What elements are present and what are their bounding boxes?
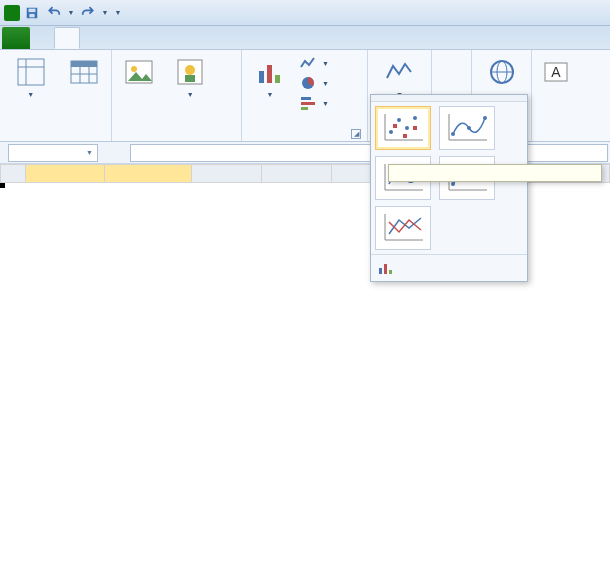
picture-icon — [123, 56, 155, 88]
svg-rect-22 — [301, 107, 308, 110]
svg-rect-54 — [389, 270, 392, 274]
undo-icon[interactable] — [44, 4, 64, 22]
svg-point-32 — [405, 126, 409, 130]
textbox-button[interactable]: A — [536, 54, 576, 90]
svg-rect-7 — [71, 61, 97, 67]
header-footer-button[interactable] — [580, 54, 600, 90]
svg-rect-3 — [18, 59, 44, 85]
excel-app-icon[interactable] — [4, 5, 20, 21]
tab-page-layout[interactable] — [80, 27, 104, 49]
pivottable-button[interactable]: ▼ — [4, 54, 57, 98]
chevron-down-icon: ▼ — [187, 91, 194, 98]
scatter-smooth-lines-markers[interactable] — [439, 106, 495, 150]
pie-chart-button[interactable]: ▼ — [298, 74, 331, 92]
tab-view[interactable] — [176, 27, 200, 49]
svg-rect-1 — [29, 8, 36, 12]
svg-point-12 — [131, 66, 137, 72]
bar-chart-button[interactable]: ▼ — [298, 94, 331, 112]
pivottable-icon — [15, 56, 47, 88]
line-chart-icon — [300, 55, 316, 71]
group-tables: ▼ — [0, 50, 112, 141]
col-header-A[interactable] — [26, 165, 105, 183]
svg-rect-53 — [384, 264, 387, 274]
bar-chart-icon — [300, 95, 316, 111]
svg-rect-21 — [301, 102, 315, 105]
scatter-markers-only[interactable] — [375, 106, 431, 150]
group-label-tables — [4, 138, 107, 141]
title-bar: ▼ ▼ ▼ — [0, 0, 610, 26]
svg-rect-34 — [393, 124, 397, 128]
group-illustrations: ▼ — [112, 50, 242, 141]
header-footer-icon — [581, 56, 599, 88]
sparklines-icon — [384, 56, 416, 88]
redo-dropdown-icon[interactable]: ▼ — [100, 4, 110, 22]
chevron-down-icon: ▼ — [27, 91, 34, 98]
tab-formulas[interactable] — [104, 27, 128, 49]
svg-text:A: A — [551, 64, 561, 80]
tab-home[interactable] — [30, 27, 54, 49]
group-label-illustrations — [116, 138, 237, 141]
sparklines-button[interactable]: ▼ — [372, 54, 427, 98]
qat-customize-icon[interactable]: ▼ — [112, 4, 124, 22]
all-chart-types-button[interactable] — [371, 254, 527, 281]
svg-point-41 — [483, 116, 487, 120]
svg-point-31 — [397, 118, 401, 122]
svg-rect-52 — [379, 268, 382, 274]
tab-acrobat[interactable] — [200, 27, 224, 49]
all-chart-types-icon — [377, 260, 393, 276]
select-all-corner[interactable] — [1, 165, 26, 183]
name-box[interactable]: ▼ — [8, 144, 98, 162]
tab-insert[interactable] — [54, 27, 80, 49]
chevron-down-icon: ▼ — [322, 60, 329, 67]
hyperlink-button[interactable] — [476, 54, 527, 90]
chevron-down-icon: ▼ — [322, 80, 329, 87]
svg-point-14 — [185, 65, 195, 75]
svg-rect-20 — [301, 97, 311, 100]
save-icon[interactable] — [22, 4, 42, 22]
charts-dialog-launcher[interactable]: ◢ — [351, 129, 361, 139]
col-header-D[interactable] — [261, 165, 331, 183]
svg-rect-35 — [403, 134, 407, 138]
line-chart-button[interactable]: ▼ — [298, 54, 331, 72]
svg-point-39 — [451, 132, 455, 136]
ribbon-tabs — [0, 26, 610, 50]
col-header-C[interactable] — [192, 165, 262, 183]
column-chart-button[interactable]: ▼ — [246, 54, 294, 98]
svg-point-30 — [389, 130, 393, 134]
scatter-straight-lines[interactable] — [375, 206, 431, 250]
tab-data[interactable] — [128, 27, 152, 49]
hyperlink-icon — [486, 56, 518, 88]
scatter-panel-title — [371, 95, 527, 102]
redo-icon[interactable] — [78, 4, 98, 22]
textbox-icon: A — [540, 56, 572, 88]
fill-handle[interactable] — [0, 183, 5, 188]
clipart-icon — [174, 56, 206, 88]
svg-rect-2 — [29, 13, 34, 17]
selection-border — [0, 183, 4, 187]
clipart-button[interactable]: ▼ — [167, 54, 214, 98]
col-header-B[interactable] — [105, 165, 192, 183]
svg-point-40 — [467, 126, 471, 130]
group-text: A — [532, 50, 604, 141]
svg-rect-36 — [413, 126, 417, 130]
chevron-down-icon: ▼ — [322, 100, 329, 107]
group-label-charts: ◢ — [246, 138, 363, 141]
tab-file[interactable] — [2, 27, 30, 49]
table-button[interactable] — [61, 54, 107, 90]
svg-rect-17 — [267, 65, 272, 83]
svg-rect-18 — [275, 75, 280, 83]
undo-dropdown-icon[interactable]: ▼ — [66, 4, 76, 22]
name-box-dropdown-icon[interactable]: ▼ — [86, 149, 93, 156]
scatter-dropdown-panel — [370, 94, 528, 282]
tab-review[interactable] — [152, 27, 176, 49]
pie-chart-icon — [300, 75, 316, 91]
picture-button[interactable] — [116, 54, 163, 90]
svg-point-33 — [413, 116, 417, 120]
svg-point-46 — [451, 182, 455, 186]
column-chart-icon — [254, 56, 286, 88]
quick-access-toolbar: ▼ ▼ ▼ — [0, 4, 124, 22]
formula-bar[interactable] — [130, 144, 608, 162]
svg-rect-15 — [185, 75, 195, 82]
group-charts: ▼ ▼ ▼ ▼ — [242, 50, 368, 141]
scatter-tooltip — [388, 164, 602, 182]
